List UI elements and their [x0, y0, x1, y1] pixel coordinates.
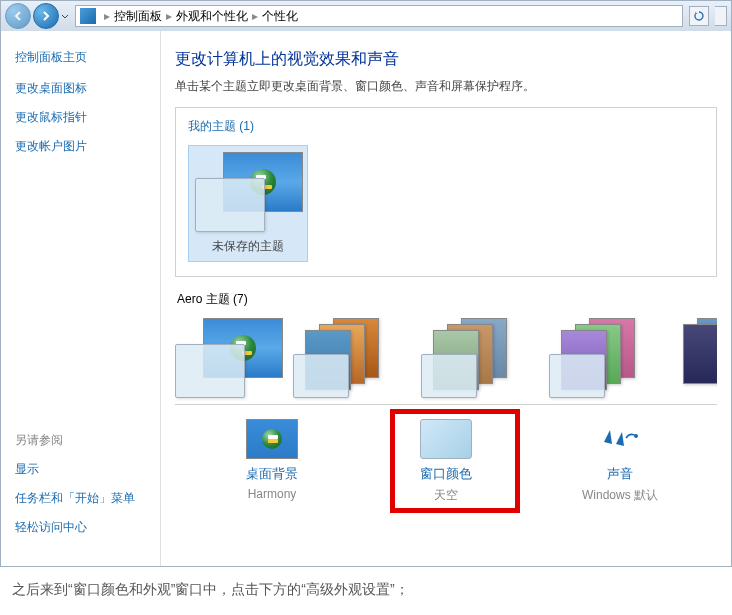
desktop-background-button[interactable]: 桌面背景 Harmony [207, 419, 337, 504]
article-caption: 之后来到“窗口颜色和外观”窗口中，点击下方的“高级外观设置”； [0, 567, 732, 613]
sounds-label: 声音 [555, 465, 685, 483]
theme-window-frame-thumb [549, 354, 605, 398]
sounds-button[interactable]: 声音 Windows 默认 [555, 419, 685, 504]
my-themes-group: 我的主题 (1) 未保存的主题 [175, 107, 717, 277]
sidebar-link-mouse-pointer[interactable]: 更改鼠标指针 [15, 109, 146, 126]
forward-button[interactable] [33, 3, 59, 29]
sidebar-link-display[interactable]: 显示 [15, 461, 146, 478]
theme-tile-aero-2[interactable] [293, 318, 411, 404]
desktop-background-value: Harmony [207, 487, 337, 501]
sidebar-title[interactable]: 控制面板主页 [15, 49, 146, 66]
theme-tile-aero-3[interactable] [421, 318, 539, 404]
theme-tile-aero-5[interactable] [677, 318, 717, 404]
sidebar-link-account-picture[interactable]: 更改帐户图片 [15, 138, 146, 155]
back-button[interactable] [5, 3, 31, 29]
sounds-value: Windows 默认 [555, 487, 685, 504]
breadcrumb-item[interactable]: 控制面板 [114, 8, 162, 25]
theme-tile-aero-1[interactable] [175, 318, 283, 404]
page-heading: 更改计算机上的视觉效果和声音 [175, 49, 717, 70]
page-description: 单击某个主题立即更改桌面背景、窗口颜色、声音和屏幕保护程序。 [175, 78, 717, 95]
theme-window-frame-thumb [175, 344, 245, 398]
location-icon [80, 8, 96, 24]
refresh-button[interactable] [689, 6, 709, 26]
desktop-background-icon [246, 419, 298, 459]
breadcrumb[interactable]: ▸ 控制面板 ▸ 外观和个性化 ▸ 个性化 [75, 5, 683, 27]
sidebar: 控制面板主页 更改桌面图标 更改鼠标指针 更改帐户图片 另请参阅 显示 任务栏和… [1, 31, 161, 566]
chevron-right-icon[interactable]: ▸ [104, 9, 110, 23]
main-panel: 更改计算机上的视觉效果和声音 单击某个主题立即更改桌面背景、窗口颜色、声音和屏幕… [161, 31, 731, 566]
theme-label: 未保存的主题 [195, 238, 301, 255]
see-also-title: 另请参阅 [15, 432, 146, 449]
breadcrumb-item[interactable]: 个性化 [262, 8, 298, 25]
theme-window-frame-thumb [195, 178, 265, 232]
theme-slice [683, 324, 717, 384]
windows-logo-icon [262, 429, 282, 449]
theme-window-frame-thumb [293, 354, 349, 398]
sidebar-link-ease-of-access[interactable]: 轻松访问中心 [15, 519, 146, 536]
sidebar-link-desktop-icons[interactable]: 更改桌面图标 [15, 80, 146, 97]
theme-tile-aero-4[interactable] [549, 318, 667, 404]
aero-themes-title: Aero 主题 (7) [175, 291, 717, 308]
chevron-right-icon[interactable]: ▸ [166, 9, 172, 23]
settings-bar: 桌面背景 Harmony 窗口颜色 天空 声音 Windows 默认 [175, 404, 717, 510]
content-area: 控制面板主页 更改桌面图标 更改鼠标指针 更改帐户图片 另请参阅 显示 任务栏和… [1, 31, 731, 566]
titlebar: ▸ 控制面板 ▸ 外观和个性化 ▸ 个性化 [1, 1, 731, 31]
desktop-background-label: 桌面背景 [207, 465, 337, 483]
theme-window-frame-thumb [421, 354, 477, 398]
personalization-window: ▸ 控制面板 ▸ 外观和个性化 ▸ 个性化 控制面板主页 更改桌面图标 更改鼠标… [0, 0, 732, 567]
search-button[interactable] [715, 6, 727, 26]
red-highlight-box [390, 409, 520, 513]
breadcrumb-item[interactable]: 外观和个性化 [176, 8, 248, 25]
sidebar-link-taskbar[interactable]: 任务栏和「开始」菜单 [15, 490, 146, 507]
history-dropdown-icon[interactable] [61, 5, 69, 27]
svg-point-0 [634, 434, 638, 438]
theme-tile-unsaved[interactable]: 未保存的主题 [188, 145, 308, 262]
sound-icon [594, 419, 646, 459]
my-themes-title: 我的主题 (1) [188, 118, 704, 135]
chevron-right-icon[interactable]: ▸ [252, 9, 258, 23]
